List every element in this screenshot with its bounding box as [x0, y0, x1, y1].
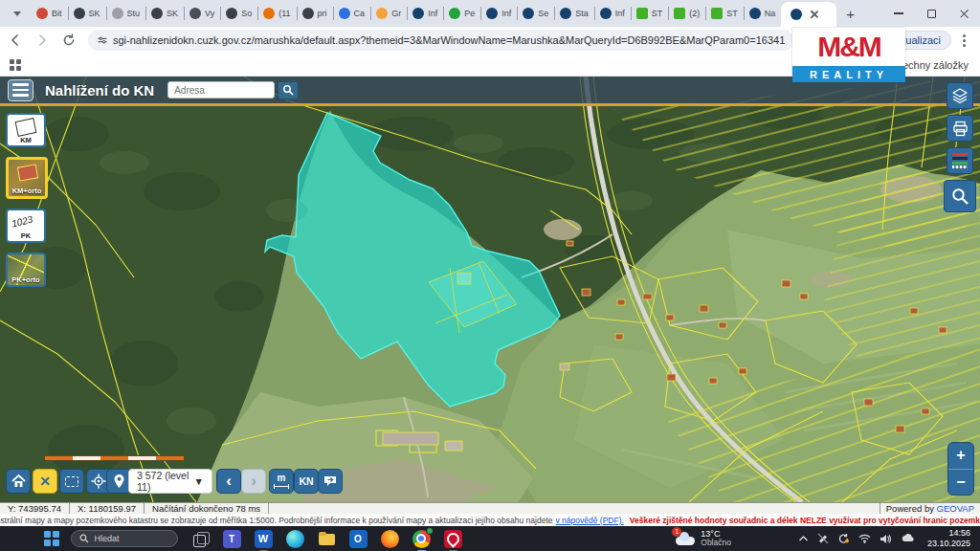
reload-button[interactable]: [57, 29, 80, 52]
file-explorer-icon[interactable]: [318, 530, 336, 548]
start-button[interactable]: [44, 531, 59, 546]
layer-button-km[interactable]: KM: [6, 113, 46, 147]
active-tab[interactable]: [781, 2, 836, 27]
legend-button[interactable]: [947, 147, 973, 174]
coord-y: Y: 743995.74: [0, 503, 70, 514]
forward-arrow-icon: [35, 33, 49, 47]
browser-tab[interactable]: Sta: [554, 0, 594, 27]
dropdown-caret-icon: ▼: [194, 475, 204, 487]
outlook-icon[interactable]: O: [349, 530, 368, 548]
taskbar-search[interactable]: Hledat: [71, 530, 178, 547]
clock-time: 14:56: [927, 528, 970, 539]
browser-tab[interactable]: Vy: [184, 0, 220, 27]
chrome-icon[interactable]: [412, 530, 431, 548]
wifi-icon[interactable]: [858, 534, 871, 543]
print-button[interactable]: [947, 115, 973, 142]
teams-icon[interactable]: T: [223, 530, 241, 548]
logo-bottom-text: REALITY: [792, 66, 905, 82]
weather-widget[interactable]: 1 13°C Oblačno: [676, 529, 731, 548]
tab-search-button[interactable]: [8, 4, 27, 23]
layer-button-pk[interactable]: 1023 PK: [6, 209, 46, 243]
measure-button[interactable]: m: [269, 469, 294, 494]
map-canvas[interactable]: [0, 77, 980, 502]
task-view-button[interactable]: [191, 530, 210, 548]
browser-tab[interactable]: Inf: [594, 0, 631, 27]
tab-favicon: [749, 8, 761, 19]
firefox-icon[interactable]: [381, 530, 399, 548]
layer-label: KM+orto: [9, 187, 45, 195]
zoom-in-button[interactable]: +: [948, 443, 973, 470]
layer-button-pk-orto[interactable]: PK+orto: [6, 253, 46, 287]
browser-tab[interactable]: Inf: [407, 0, 443, 27]
history-back-button[interactable]: ‹: [216, 469, 241, 494]
volume-icon[interactable]: [880, 534, 892, 544]
browser-tab[interactable]: Inf: [480, 0, 517, 27]
tab-label: So: [241, 9, 252, 18]
crosshair-icon: [91, 474, 106, 489]
pen-disabled-icon[interactable]: [817, 533, 829, 544]
feedback-button[interactable]: [318, 469, 343, 494]
new-tab-button[interactable]: +: [836, 6, 864, 22]
url-bar[interactable]: sgi-nahlizenidokn.cuzk.gov.cz/marushka/d…: [88, 30, 794, 51]
browser-tab[interactable]: (11: [257, 0, 296, 27]
tab-label: Bit: [52, 9, 62, 18]
menu-button[interactable]: [8, 79, 33, 101]
profile-badge: [426, 527, 434, 535]
onedrive-icon[interactable]: [901, 534, 914, 543]
history-forward-button[interactable]: ›: [241, 469, 266, 494]
kn-info-button[interactable]: KN: [294, 469, 319, 494]
browser-tab[interactable]: Ca: [333, 0, 371, 27]
tab-label: pri: [318, 9, 327, 18]
layer-label: KM: [8, 136, 44, 144]
acrobat-icon[interactable]: [444, 530, 462, 548]
scale-dropdown[interactable]: 3 572 (level 11) ▼: [128, 469, 212, 494]
layers-icon: [951, 87, 969, 104]
tray-chevron-icon[interactable]: [798, 535, 809, 542]
map-search-button[interactable]: [944, 180, 976, 212]
layer-button-km-orto[interactable]: KM+orto: [6, 157, 48, 199]
speech-bubble-icon: [323, 474, 338, 488]
address-search-input[interactable]: [167, 81, 275, 99]
notification-badge: 1: [672, 527, 681, 537]
browser-tab[interactable]: Gr: [370, 0, 407, 27]
back-button[interactable]: [4, 29, 27, 52]
help-pdf-link[interactable]: v nápovědě (PDF).: [555, 516, 623, 525]
browser-tab[interactable]: SK: [68, 0, 106, 27]
browser-tab[interactable]: ST: [705, 0, 744, 27]
pk-sketch-icon: 1023: [11, 213, 33, 229]
forward-button[interactable]: [31, 29, 54, 52]
word-icon[interactable]: W: [255, 530, 273, 548]
browser-tab[interactable]: So: [220, 0, 257, 27]
browser-menu-button[interactable]: [957, 32, 970, 49]
close-window-button[interactable]: [947, 0, 980, 27]
taskbar-apps: T W O: [191, 530, 462, 548]
browser-tab[interactable]: pri: [297, 0, 333, 27]
map-viewport[interactable]: Nahlížení do KN KM KM+orto 1023 PK PK+: [0, 77, 980, 502]
edge-icon[interactable]: [286, 530, 304, 548]
home-button[interactable]: [6, 469, 31, 494]
clear-selection-button[interactable]: ✕: [33, 469, 57, 494]
tab-favicon: [36, 8, 48, 19]
browser-tab[interactable]: Na: [744, 0, 782, 27]
minimize-button[interactable]: [882, 0, 915, 27]
apps-grid-icon[interactable]: [10, 59, 21, 71]
browser-tab[interactable]: SK: [145, 0, 184, 27]
close-tab-icon[interactable]: [810, 10, 819, 19]
tab-favicon: [600, 8, 612, 19]
browser-tab[interactable]: ST: [631, 0, 669, 27]
geovap-link[interactable]: GEOVAP: [937, 503, 974, 514]
taskbar-clock[interactable]: 14:56 23.10.2025: [927, 528, 970, 549]
browser-tab[interactable]: Stu: [106, 0, 146, 27]
search-icon: [79, 534, 89, 543]
maximize-button[interactable]: [915, 0, 947, 27]
rect-select-button[interactable]: [59, 469, 84, 494]
address-search-button[interactable]: [278, 81, 299, 99]
ruler-icon: [274, 484, 289, 489]
tab-label: ST: [652, 9, 663, 18]
browser-tab[interactable]: Pe: [443, 0, 480, 27]
browser-tab[interactable]: Se: [517, 0, 554, 27]
browser-tab[interactable]: Bit: [31, 0, 68, 27]
sync-icon[interactable]: [837, 533, 850, 544]
browser-tab[interactable]: (2): [668, 0, 705, 27]
layers-button[interactable]: [947, 82, 973, 109]
